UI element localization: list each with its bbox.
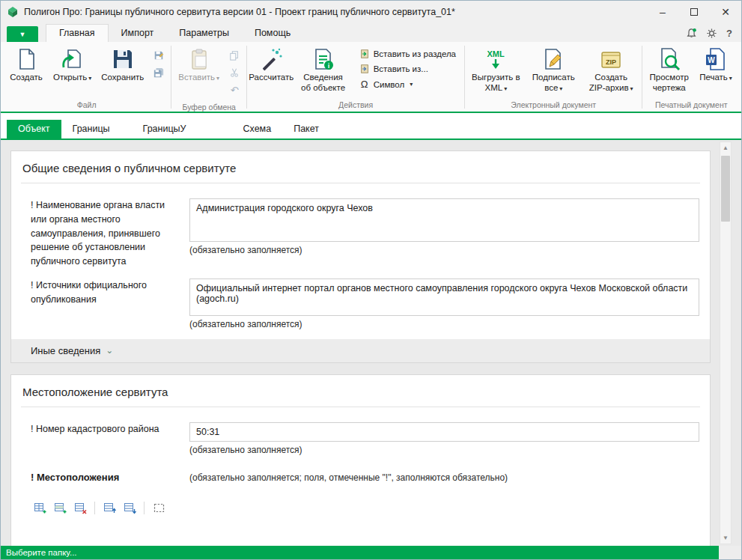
- svg-text:W: W: [708, 56, 715, 64]
- close-icon: ✕: [721, 6, 730, 18]
- symbol-button[interactable]: Ω Символ ▾: [356, 78, 459, 91]
- scroll-up-arrow-icon[interactable]: ▲: [720, 142, 731, 153]
- close-button[interactable]: ✕: [710, 1, 741, 23]
- open-document-icon: [61, 47, 85, 71]
- sign-all-button[interactable]: Подписать все▾: [526, 43, 582, 100]
- object-info-icon: i: [311, 47, 335, 71]
- panel-location: Местоположение сервитута ! Номер кадастр…: [10, 374, 711, 546]
- tab-borders-u[interactable]: ГраницыУ: [132, 120, 198, 139]
- clipboard-small-buttons: ↶: [225, 43, 244, 102]
- tab-package[interactable]: Пакет: [282, 120, 330, 139]
- table-delete-row-icon: [74, 502, 87, 514]
- table-row-up-button[interactable]: [100, 499, 118, 516]
- sources-input[interactable]: Официальный интернет портал органов мест…: [189, 279, 699, 316]
- calculate-button[interactable]: Рассчитать: [249, 43, 293, 100]
- window-controls: – ✕: [647, 1, 741, 23]
- ribbon-tab-strip: ▼ Главная Импорт Параметры Помощь ?: [1, 23, 741, 42]
- copy-button[interactable]: [226, 48, 243, 63]
- save-button[interactable]: Сохранить: [97, 43, 148, 100]
- undo-icon: ↶: [231, 85, 239, 96]
- file-menu-button[interactable]: ▼: [7, 26, 38, 42]
- maximize-icon: [690, 8, 698, 16]
- save-floppy-icon: [111, 47, 135, 71]
- table-add-row-button[interactable]: [31, 499, 49, 516]
- form-row-location: ! Местоположения (обязательно заполняетс…: [31, 470, 699, 485]
- ribbon-group-file: Создать Открыть▾ Сохранить: [2, 43, 171, 112]
- object-info-button[interactable]: i Сведения об объекте: [294, 43, 352, 100]
- insert-from-button[interactable]: Вставить из...: [356, 63, 459, 75]
- settings-gear-icon[interactable]: [706, 28, 717, 39]
- toolbar-separator: [144, 502, 145, 514]
- group-label-clipboard: Буфер обмена: [174, 102, 244, 114]
- cut-icon: [229, 67, 240, 78]
- group-label-printdoc: Печатный документ: [645, 100, 738, 112]
- ribbon-tab-home[interactable]: Главная: [46, 24, 109, 42]
- preview-drawing-button[interactable]: Просмотр чертежа: [645, 43, 693, 100]
- ribbon-group-printdoc: Просмотр чертежа W Печать▾ Печатный доку…: [642, 43, 740, 112]
- vertical-scrollbar[interactable]: ▲ ▼: [720, 141, 732, 544]
- copy-icon: [229, 50, 240, 61]
- scroll-down-arrow-icon[interactable]: ▼: [720, 532, 731, 544]
- tab-borders[interactable]: Границы: [61, 120, 121, 139]
- open-button[interactable]: Открыть▾: [49, 43, 96, 100]
- location-table-toolbar: [31, 496, 699, 522]
- table-select-region-button[interactable]: [150, 499, 168, 516]
- create-zip-button[interactable]: ZIP Создать ZIP-архив▾: [583, 43, 640, 100]
- status-message: Выберите папку...: [1, 546, 719, 559]
- location-field-wrap: (обязательно заполняется; поля, отмеченн…: [189, 470, 699, 485]
- zip-archive-icon: ZIP: [599, 47, 623, 71]
- tab-schema[interactable]: Схема: [232, 120, 283, 139]
- xml-export-icon: XML: [484, 47, 508, 71]
- help-button[interactable]: ?: [726, 28, 732, 39]
- omega-icon: Ω: [359, 79, 370, 90]
- dropdown-arrow-icon: ▾: [88, 75, 91, 82]
- panel-general-title: Общие сведения о публичном сервитуте: [21, 151, 700, 183]
- sources-hint: (обязательно заполняется): [189, 319, 699, 329]
- app-logo-icon: [7, 6, 19, 18]
- tab-object[interactable]: Объект: [7, 120, 61, 139]
- authority-label: ! Наименование органа власти или органа …: [31, 198, 189, 269]
- window-title: Полигон Про: Границы публичного сервитут…: [24, 7, 642, 17]
- file-menu-arrow-icon: ▼: [19, 31, 26, 38]
- save-all-icon: [153, 67, 164, 78]
- actions-small-rows: Вставить из раздела Вставить из... Ω Сим…: [353, 43, 462, 100]
- paste-button[interactable]: Вставить▾: [174, 43, 224, 102]
- district-field-wrap: (обязательно заполняется): [189, 422, 699, 455]
- svg-text:i: i: [327, 62, 329, 70]
- table-row-down-button[interactable]: [121, 499, 139, 516]
- minimize-button[interactable]: –: [647, 1, 678, 23]
- toolbar-separator: [94, 502, 95, 514]
- authority-hint: (обязательно заполняется): [189, 245, 699, 255]
- table-insert-row-button[interactable]: [51, 499, 69, 516]
- maximize-button[interactable]: [678, 1, 710, 23]
- app-window: Полигон Про: Границы публичного сервитут…: [0, 0, 742, 560]
- cut-button[interactable]: [226, 65, 243, 80]
- save-as-button[interactable]: [150, 48, 167, 63]
- save-all-button[interactable]: [150, 65, 167, 80]
- preview-magnifier-icon: [657, 47, 681, 71]
- ribbon-tab-parameters[interactable]: Параметры: [166, 25, 242, 42]
- authority-input[interactable]: Администрация городского округа Чехов: [189, 198, 699, 242]
- scrollbar-thumb[interactable]: [721, 156, 730, 222]
- district-input[interactable]: [189, 422, 699, 442]
- panel-location-body: ! Номер кадастрового района (обязательно…: [11, 407, 710, 523]
- insert-from-section-button[interactable]: Вставить из раздела: [356, 48, 459, 60]
- ribbon-tab-import[interactable]: Импорт: [109, 25, 167, 42]
- other-info-expander[interactable]: Иные сведения ⌄: [11, 339, 710, 362]
- export-xml-button[interactable]: XML Выгрузить в XML▾: [467, 43, 525, 100]
- svg-text:XML: XML: [487, 49, 505, 58]
- location-hint: (обязательно заполняется; поля, отмеченн…: [189, 470, 699, 483]
- table-delete-row-button[interactable]: [71, 499, 89, 516]
- insert-from-icon: [359, 64, 370, 74]
- form-row-sources: ! Источники официального опубликования О…: [31, 279, 699, 329]
- sources-field-wrap: Официальный интернет портал органов мест…: [189, 279, 699, 329]
- undo-button[interactable]: ↶: [226, 82, 243, 97]
- group-label-file: Файл: [4, 100, 168, 112]
- ribbon-tab-help[interactable]: Помощь: [242, 25, 303, 42]
- sign-document-icon: [541, 47, 565, 71]
- statusbar-corner: [719, 546, 741, 559]
- create-button[interactable]: Создать: [4, 43, 48, 100]
- print-button[interactable]: W Печать▾: [694, 43, 738, 100]
- notifications-bell-icon[interactable]: [686, 28, 697, 39]
- statusbar: Выберите папку...: [1, 546, 741, 559]
